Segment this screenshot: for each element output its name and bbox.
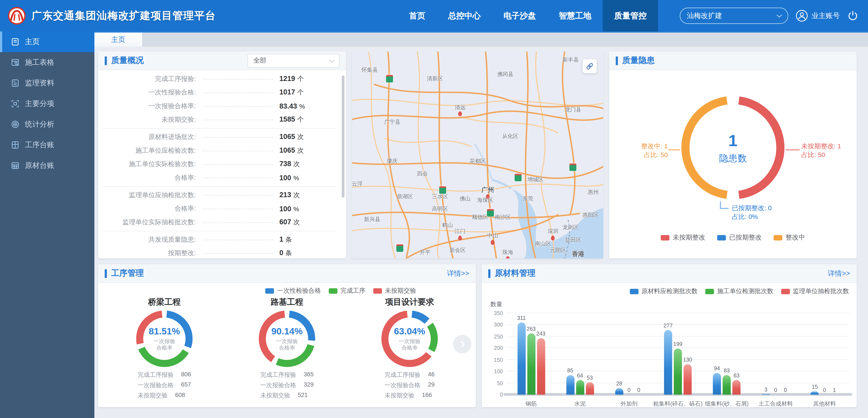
link-icon (586, 62, 594, 70)
bar[interactable] (537, 338, 545, 394)
sidebar-item-1[interactable]: 施工表格 (0, 52, 94, 73)
panel-raw-materials: 原材料管理 详情>> 原材料应检测批次数施工单位检测批次数监理单位抽检批次数 数… (482, 265, 857, 407)
process-donut[interactable]: 81.51%一次报验 合格率 (136, 310, 193, 367)
nav-item-3[interactable]: 智慧工地 (548, 0, 603, 31)
bar[interactable] (527, 333, 535, 395)
sidebar-item-5[interactable]: 工序台账 (0, 135, 94, 155)
legend-item: 未按期整改 (661, 233, 705, 242)
bar-group-4: 948363细集料(砂、石屑) (713, 314, 741, 395)
map-place-label: 珠海 (502, 248, 513, 256)
app-header: 广东交通集团汕梅改扩建项目管理平台 首页总控中心电子沙盘智慧工地质量管控 汕梅改… (0, 0, 868, 31)
hazard-donut[interactable]: 1 隐患数 (681, 96, 784, 199)
overview-scrollbar[interactable] (342, 76, 345, 198)
sidebar-item-0[interactable]: 主页 (0, 31, 94, 52)
process-stat-row: 完成工序报验365 (260, 371, 314, 379)
bar[interactable] (586, 382, 594, 395)
process-donut[interactable]: 63.04%一次报验 合格率 (381, 310, 438, 367)
legend-label: 一次性检验合格 (277, 287, 321, 295)
chevron-down-icon (329, 57, 334, 63)
bar[interactable] (576, 380, 584, 395)
account[interactable]: 业主账号 (796, 10, 840, 22)
bar[interactable] (811, 391, 819, 394)
process-stats: 完成工序报验46一次报验合格29未按期交验166 (384, 371, 435, 400)
process-stat-row: 未按期交验608 (138, 391, 191, 400)
carousel-next-button[interactable] (453, 335, 471, 354)
process-chart-0: 桥梁工程81.51%一次报验 合格率完成工序报验806一次报验合格657未按期交… (108, 297, 221, 400)
map[interactable]: 怀集县清新区佛冈县新丰县清远龙门县广宁县从化区肇庆花都区四会增城区广州惠州鼎湖区… (352, 52, 603, 259)
sidebar-item-6[interactable]: 原材台账 (0, 155, 94, 176)
nav-item-2[interactable]: 电子沙盘 (492, 0, 548, 31)
sidebar-item-icon (11, 37, 20, 46)
y-tick-label: 300 (494, 322, 503, 328)
leader-line (203, 222, 273, 223)
bar[interactable] (615, 388, 623, 395)
sidebar-item-label: 主要分项 (25, 99, 54, 109)
map-place-label: 中山 (487, 232, 498, 240)
bar-value-label: 28 (616, 381, 622, 387)
project-select[interactable]: 汕梅改扩建 (680, 8, 788, 24)
quality-hazard-title: 质量隐患 (622, 55, 655, 66)
stat-value: 0条 (279, 249, 337, 258)
bar[interactable] (733, 380, 741, 395)
bar-value-label: 311 (517, 315, 526, 321)
hazard-count-label: 隐患数 (719, 152, 747, 165)
sidebar-item-2[interactable]: 监理资料 (0, 73, 94, 93)
bar[interactable] (674, 348, 682, 394)
stat-value: 29 (428, 381, 435, 389)
materials-detail-link[interactable]: 详情>> (828, 268, 850, 278)
map-place-label: 元朗区 (550, 246, 566, 254)
bar-slot: 130 (684, 364, 692, 394)
process-donut[interactable]: 90.14%一次报验 合格率 (259, 310, 315, 367)
nav-item-1[interactable]: 总控中心 (437, 0, 492, 31)
stat-value: 521 (298, 391, 308, 400)
sidebar-item-4[interactable]: 统计分析 (0, 114, 94, 135)
bar[interactable] (517, 322, 526, 394)
bar-value-label: 85 (567, 367, 573, 373)
bar[interactable] (664, 330, 672, 395)
power-icon[interactable] (847, 10, 858, 21)
bar-value-label: 0 (627, 387, 630, 393)
stat-label: 未按期交验 (260, 391, 290, 400)
overview-stat-row: 施工单位应检验次数:1065次 (103, 144, 337, 158)
overview-filter-select[interactable]: 全部 (247, 53, 340, 67)
overview-stat-row: 一次报验合格率:83.43% (103, 99, 337, 113)
tab-home[interactable]: 主页 (94, 33, 142, 47)
nav-item-0[interactable]: 首页 (398, 0, 437, 31)
process-stat-row: 一次报验合格29 (384, 381, 435, 389)
bar-value-label: 1 (833, 387, 836, 393)
bar[interactable] (713, 373, 721, 395)
map-place-label: 清远 (455, 103, 465, 111)
panel-accent-bar (488, 269, 490, 278)
bar-value-label: 243 (536, 330, 546, 336)
legend-label: 施工单位检测批次数 (717, 287, 773, 296)
donut-center: 90.14%一次报验 合格率 (266, 318, 308, 360)
bar[interactable] (762, 394, 770, 394)
sidebar-item-3[interactable]: 主要分项 (0, 93, 94, 114)
map-place-label: 从化区 (502, 133, 519, 140)
bar-value-label: 277 (663, 323, 673, 329)
stat-label: 一次性报验合格: (103, 88, 196, 97)
bar[interactable] (566, 375, 575, 394)
nav-item-4[interactable]: 质量管控 (603, 0, 658, 31)
bar-value-label: 94 (714, 365, 720, 371)
bar[interactable] (684, 364, 692, 394)
process-chart-title: 路基工程 (271, 297, 303, 307)
stat-value: 100% (279, 174, 337, 182)
overview-stat-row: 监理单位应抽检批次数:213次 (103, 188, 337, 202)
x-category-label: 钢筋 (525, 400, 537, 407)
map-place-label: 鼎湖区 (397, 192, 413, 200)
main-area: 主页 质量概况 全部 (94, 31, 868, 418)
map-expand-button[interactable] (583, 59, 597, 73)
map-place-label: 佛冈县 (497, 70, 514, 78)
legend-swatch (774, 235, 782, 240)
legend-item: 已按期整改 (717, 233, 762, 242)
callout-line (785, 149, 800, 150)
stat-value: 1065次 (279, 146, 337, 155)
bar[interactable] (723, 376, 731, 395)
stat-label: 一次报验合格率: (103, 101, 196, 111)
x-category-label: 外加剂 (620, 400, 638, 407)
legend-swatch (705, 289, 714, 294)
panel-quality-overview: 质量概况 全部 完成工序报验:1219个一次性报验合格:1017个一次报验合格率… (98, 52, 346, 259)
process-detail-link[interactable]: 详情>> (447, 268, 469, 278)
quality-overview-title: 质量概况 (111, 55, 144, 66)
